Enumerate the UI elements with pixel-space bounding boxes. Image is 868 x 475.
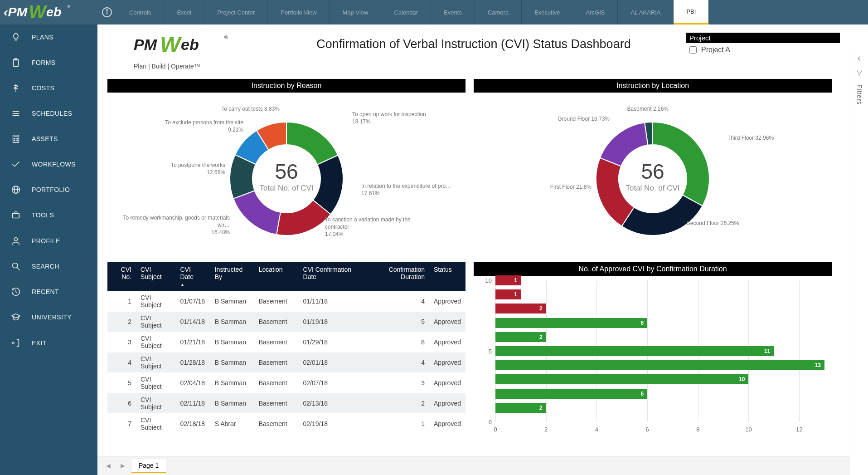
table-row[interactable]: 1CVI Subject01/07/18B SammanBasement01/1… — [107, 291, 466, 312]
sidebar-item-label: EXIT — [32, 339, 47, 347]
search-icon — [10, 260, 22, 272]
project-filter-header: Project — [686, 33, 840, 43]
col-header[interactable]: Instructed By — [210, 262, 254, 291]
table-row[interactable]: 3CVI Subject01/21/18B SammanBasement01/2… — [107, 332, 466, 353]
top-tabs: ControlsExcelProject CenterPortfolio Vie… — [116, 0, 868, 24]
page-prev-icon[interactable]: ◄ — [102, 460, 115, 472]
top-tab-excel[interactable]: Excel — [164, 0, 204, 24]
bar[interactable]: 6 — [495, 318, 647, 328]
table-scroll[interactable]: CVI No.CVI SubjectCVI Date▲Instructed By… — [107, 262, 466, 430]
col-header[interactable]: Confirmation Duration — [364, 262, 429, 291]
bar-chart[interactable]: 02468101205101126211131062 — [474, 276, 832, 440]
sidebar-item-label: TOOLS — [32, 211, 54, 219]
user-icon — [10, 235, 22, 247]
bar[interactable]: 11 — [495, 346, 774, 356]
bar[interactable]: 2 — [495, 332, 546, 342]
svg-point-16 — [14, 140, 15, 141]
bar[interactable]: 1 — [495, 289, 521, 299]
col-header[interactable]: CVI Date▲ — [175, 262, 210, 291]
bar[interactable]: 13 — [495, 360, 824, 370]
svg-point-15 — [17, 138, 18, 139]
sidebar-item-recent[interactable]: RECENT — [0, 279, 97, 304]
bulb-icon — [10, 31, 22, 43]
sidebar-item-portfolio[interactable]: PORTFOLIO — [0, 177, 97, 202]
sidebar-item-costs[interactable]: COSTS — [0, 75, 97, 101]
bar[interactable]: 6 — [495, 389, 647, 399]
sidebar-item-label: RECENT — [32, 288, 59, 295]
table-row[interactable]: 2CVI Subject01/14/18B SammanBasement01/1… — [107, 312, 466, 332]
top-tab-map-view[interactable]: Map View — [330, 0, 382, 24]
svg-text:eb: eb — [46, 5, 61, 19]
donut-location[interactable]: 56Total No. of CVIThird Floor 32.96%Seco… — [474, 93, 832, 265]
app-logo[interactable]: ‹PM W eb ® — [0, 0, 97, 24]
page-tabs: ◄ ► Page 1 — [97, 456, 850, 475]
grad-icon — [10, 311, 22, 323]
col-header[interactable]: Status — [429, 262, 466, 291]
top-tab-executive[interactable]: Executive — [522, 0, 573, 24]
history-icon — [10, 286, 22, 298]
bar[interactable]: 2 — [495, 403, 546, 413]
svg-text:®: ® — [68, 5, 71, 9]
clipboard-icon — [10, 57, 22, 69]
sidebar-item-label: PLANS — [32, 34, 53, 41]
top-tab-events[interactable]: Events — [431, 0, 475, 24]
sidebar-item-forms[interactable]: FORMS — [0, 50, 97, 75]
page-next-icon[interactable]: ► — [116, 460, 129, 472]
table-row[interactable]: 6CVI Subject02/11/18B SammanBasement02/1… — [107, 393, 466, 414]
table-row[interactable]: 5CVI Subject02/04/18B SammanBasement02/0… — [107, 373, 466, 393]
filters-rail[interactable]: Filters — [850, 49, 868, 475]
info-icon[interactable] — [97, 3, 116, 22]
x-tick: 6 — [645, 426, 649, 433]
sidebar-item-label: ASSETS — [32, 135, 58, 142]
sidebar-item-exit[interactable]: EXIT — [0, 330, 97, 356]
col-header[interactable]: CVI Subject — [136, 262, 176, 291]
top-tab-project-center[interactable]: Project Center — [204, 0, 268, 24]
project-checkbox[interactable] — [689, 46, 697, 54]
top-tab-arcgis[interactable]: ArcGIS — [573, 0, 618, 24]
col-header[interactable]: Location — [254, 262, 299, 291]
svg-point-23 — [13, 263, 18, 268]
top-tab-al-akaria[interactable]: AL AKARIA — [618, 0, 674, 24]
svg-rect-12 — [13, 135, 19, 143]
cvi-table[interactable]: CVI No.CVI SubjectCVI Date▲Instructed By… — [107, 262, 466, 430]
donut-label: To remedy workmanship, goods or material… — [112, 214, 230, 236]
page-tab[interactable]: Page 1 — [131, 459, 166, 473]
x-tick: 2 — [544, 426, 548, 433]
col-header[interactable]: CVI No. — [107, 262, 136, 291]
sidebar-item-label: COSTS — [32, 84, 54, 92]
y-tick: 0 — [483, 419, 492, 426]
sidebar-item-plans[interactable]: PLANS — [0, 24, 97, 50]
bar[interactable]: 1 — [495, 275, 521, 285]
sidebar-item-assets[interactable]: ASSETS — [0, 126, 97, 152]
sidebar-item-search[interactable]: SEARCH — [0, 254, 97, 279]
sidebar-item-tools[interactable]: TOOLS — [0, 202, 97, 228]
top-tab-calendar[interactable]: Calendar — [381, 0, 431, 24]
top-tab-camera[interactable]: Camera — [475, 0, 522, 24]
x-tick: 12 — [796, 426, 802, 433]
project-filter[interactable]: Project Project A — [686, 33, 840, 57]
donut-label: Basement 2.26% — [578, 105, 669, 113]
x-tick: 4 — [595, 426, 598, 433]
top-tab-pbi[interactable]: PBI — [674, 0, 709, 24]
top-tab-portfolio-view[interactable]: Portfolio View — [268, 0, 330, 24]
sidebar-item-profile[interactable]: PROFILE — [0, 228, 97, 254]
table-row[interactable]: 4CVI Subject01/28/18B SammanBasement02/0… — [107, 353, 466, 373]
donut-reason[interactable]: 56Total No. of CVITo open up work for in… — [107, 93, 466, 265]
table-row[interactable]: 7CVI Subject02/18/18S AbrarBasement02/19… — [107, 414, 466, 431]
bar[interactable]: 2 — [495, 304, 546, 313]
col-header[interactable]: CVI Confirmation Date — [299, 262, 365, 291]
svg-point-17 — [17, 140, 18, 141]
pane-approved-by-duration: No. of Approved CVI by Confirmation Dura… — [474, 262, 832, 440]
sidebar-item-university[interactable]: UNIVERSITY — [0, 304, 97, 330]
sidebar-item-workflows[interactable]: WORKFLOWS — [0, 152, 97, 177]
funnel-icon — [856, 70, 863, 76]
top-tab-controls[interactable]: Controls — [116, 0, 164, 24]
project-filter-option[interactable]: Project A — [686, 43, 840, 57]
bar[interactable]: 10 — [495, 374, 748, 384]
sidebar-item-schedules[interactable]: SCHEDULES — [0, 101, 97, 126]
bars-icon — [10, 108, 22, 119]
sidebar-item-label: SCHEDULES — [32, 110, 72, 117]
sidebar-item-label: WORKFLOWS — [32, 161, 76, 168]
svg-line-24 — [17, 268, 20, 270]
chevron-left-icon[interactable] — [856, 55, 863, 62]
